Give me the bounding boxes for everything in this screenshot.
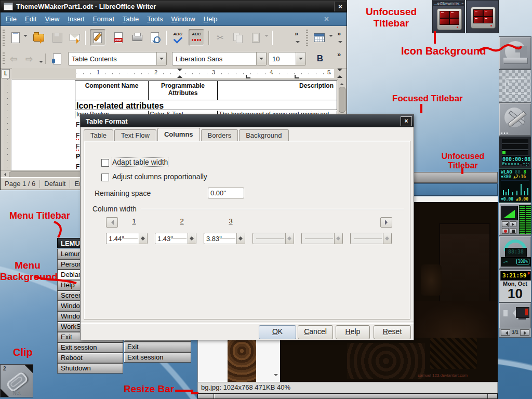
cancel-button[interactable]: Cancel [298, 325, 333, 339]
close-icon[interactable]: × [401, 116, 412, 126]
toolbar-overflow-button[interactable]: » [295, 30, 298, 37]
menu-view[interactable]: View [41, 15, 63, 23]
scroll-left-icon[interactable] [2, 172, 6, 177]
menu-item[interactable]: Reboot [57, 353, 123, 363]
minimized-terminal-window[interactable]: ...e@bwwmmkr: ~ [432, 0, 465, 33]
print-preview-button[interactable] [147, 29, 163, 46]
print-button[interactable] [129, 29, 145, 46]
viewer-thumbnail[interactable] [228, 338, 256, 382]
menu-item[interactable]: Exit session [57, 342, 123, 353]
minimized-terminal-window[interactable] [466, 0, 499, 33]
combo-dropdown-icon[interactable] [296, 52, 305, 65]
columns-prev-button[interactable] [106, 217, 118, 228]
help-button[interactable]: Help [336, 325, 370, 339]
dock-mixer-dockapp[interactable] [499, 203, 531, 236]
export-pdf-button[interactable]: PDF [111, 29, 126, 46]
adapt-table-width-label[interactable]: Adapt table width [112, 158, 168, 166]
scroll-up-icon[interactable] [340, 81, 344, 85]
window-menu-icon[interactable] [4, 3, 13, 10]
scrollbar-thumb[interactable] [339, 87, 345, 113]
menu-file[interactable]: File [2, 15, 21, 23]
toolbar-grip[interactable] [306, 30, 308, 46]
page-indicator[interactable]: Page 1 / 6 [1, 180, 40, 188]
menu-tools[interactable]: Tools [143, 15, 167, 23]
edit-mode-button[interactable] [90, 29, 105, 46]
record-button[interactable] [502, 228, 509, 234]
combo-dropdown-icon[interactable] [156, 52, 166, 65]
paragraph-style-combo[interactable]: Table Contents [68, 52, 167, 65]
cut-button[interactable]: ✂ [212, 29, 228, 46]
autospellcheck-button[interactable]: ABC [189, 29, 204, 46]
insert-table-button[interactable] [310, 29, 328, 46]
column3-width-spinner[interactable]: 3.83" [204, 233, 245, 244]
tab-type-selector[interactable]: L [2, 69, 10, 78]
dock-appicon-transparent[interactable] [499, 70, 531, 103]
remaining-space-field[interactable]: 0.00" [208, 188, 244, 198]
workspace-clip[interactable]: 2 Net [0, 364, 33, 397]
menu-item[interactable]: Exit session [124, 352, 191, 363]
menu-help[interactable]: Help [200, 15, 222, 23]
open-button[interactable] [31, 29, 46, 46]
close-icon[interactable]: × [334, 2, 346, 11]
forward-button[interactable]: ⇨ [21, 50, 37, 67]
columns-next-button[interactable] [380, 217, 392, 228]
back-button[interactable]: ⇦ [6, 50, 21, 67]
dock-sound-dockapp[interactable]: 1/1 [499, 302, 531, 338]
dock-appicon-tools[interactable] [499, 103, 531, 136]
email-button[interactable] [67, 29, 83, 46]
tab-table[interactable]: Table [84, 129, 113, 141]
dock-appicon-gnustep[interactable] [499, 36, 531, 70]
bold-button[interactable]: B [312, 50, 328, 67]
styles-button[interactable] [49, 50, 65, 67]
pane-scroll-down-icon[interactable] [274, 374, 278, 378]
viewer-resize-bar[interactable] [197, 393, 498, 399]
save-button[interactable] [49, 29, 65, 46]
copy-button[interactable] [230, 29, 246, 46]
tab-stop-icon[interactable] [295, 75, 299, 78]
menu-item[interactable]: Exit [124, 342, 191, 352]
tab-columns[interactable]: Columns [157, 128, 200, 141]
clip-next-arrow-icon[interactable] [24, 365, 33, 373]
menubar-close-icon[interactable]: × [324, 15, 329, 24]
tab-stop-icon[interactable] [246, 75, 250, 78]
next-channel-button[interactable] [510, 221, 516, 227]
spinner-buttons[interactable] [139, 233, 147, 244]
reset-button[interactable]: Reset [374, 325, 411, 339]
mute-button[interactable] [510, 228, 516, 234]
paste-dropdown-icon[interactable] [264, 35, 269, 39]
adapt-table-width-checkbox[interactable] [101, 159, 109, 167]
dock-battery-dockapp[interactable]: 88:38 ⌁~ 100% [499, 236, 531, 269]
menu-table[interactable]: Table [118, 15, 143, 23]
tab-borders[interactable]: Borders [201, 129, 238, 141]
viewer-unfocused-titlebar[interactable] [410, 172, 498, 183]
dialog-focused-titlebar[interactable]: Table Format × [81, 115, 414, 127]
viewer-image-display[interactable] [410, 202, 498, 338]
ok-button[interactable]: OK [259, 325, 296, 339]
toolbar-overflow-dropdown-icon[interactable] [296, 41, 300, 45]
paste-button[interactable] [248, 29, 263, 46]
column2-width-spinner[interactable]: 1.43" [155, 233, 196, 244]
writer-titlebar[interactable]: ThemeWMakerPart1.odt - LibreOffice Write… [1, 1, 347, 12]
spellcheck-button[interactable]: ABC [170, 29, 185, 46]
table-dropdown-icon[interactable] [329, 35, 333, 39]
indent-marker-icon[interactable] [177, 73, 182, 78]
adjust-columns-checkbox[interactable] [101, 174, 109, 181]
column1-width-spinner[interactable]: 1.44" [106, 233, 148, 244]
new-dropdown-icon[interactable] [23, 35, 28, 39]
page-style-indicator[interactable]: Default [40, 180, 70, 188]
toolbar-grip[interactable] [3, 30, 5, 46]
toolbar-overflow-dropdown-icon[interactable] [338, 41, 342, 45]
viewer-file-pane[interactable] [197, 338, 280, 382]
dock-weather-dockapp[interactable]: WLAO 88 8 ▼380 ▲2:16 ▼0.00 ▲0.00 [499, 168, 531, 203]
spinner-buttons[interactable] [188, 233, 196, 244]
menu-format[interactable]: Format [89, 15, 118, 23]
menu-window[interactable]: Window [167, 15, 199, 23]
combo-dropdown-icon[interactable] [256, 52, 266, 65]
new-document-button[interactable] [8, 29, 23, 46]
toolbar-overflow-button[interactable]: » [337, 30, 341, 37]
toolbar-grip[interactable] [3, 52, 5, 65]
menu-item[interactable]: Shutdown [57, 363, 123, 374]
nav-dropdown-icon[interactable] [39, 61, 43, 65]
viewer-image-display[interactable]: samuel 123.deviantart.com [280, 338, 498, 382]
indent-marker-icon[interactable] [337, 73, 342, 78]
